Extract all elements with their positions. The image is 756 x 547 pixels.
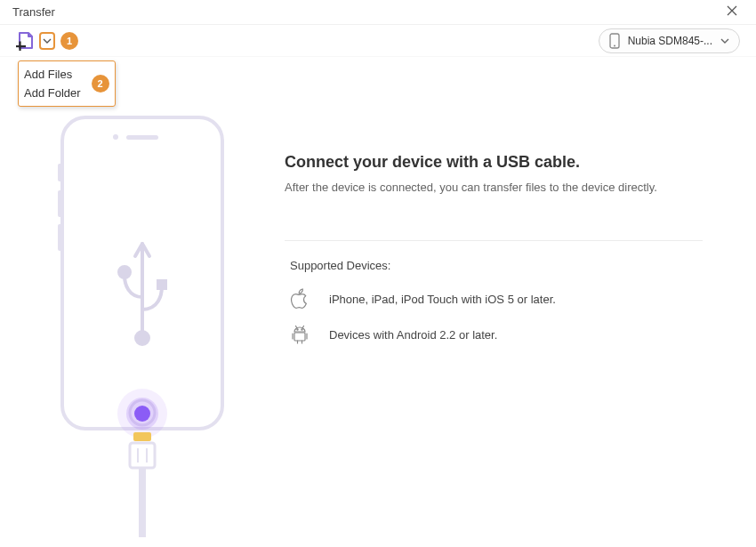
- add-dropdown-menu: Add Files Add Folder 2: [18, 60, 116, 107]
- supported-devices-title: Supported Devices:: [290, 259, 703, 272]
- svg-rect-18: [133, 432, 151, 441]
- add-dropdown-toggle[interactable]: [39, 32, 55, 50]
- divider: [285, 240, 703, 241]
- svg-rect-1: [19, 41, 20, 51]
- svg-rect-12: [58, 190, 62, 217]
- close-icon: [726, 4, 738, 17]
- window-title: Transfer: [12, 5, 55, 19]
- supported-android-text: Devices with Android 2.2 or later.: [329, 328, 497, 342]
- add-files-button[interactable]: [16, 31, 37, 51]
- titlebar: Transfer: [0, 0, 756, 25]
- phone-icon: [608, 33, 621, 49]
- svg-rect-5: [126, 135, 158, 140]
- svg-point-3: [614, 44, 615, 46]
- apple-icon: [290, 288, 310, 310]
- chevron-down-icon: [720, 37, 730, 44]
- supported-apple-row: iPhone, iPad, iPod Touch with iOS 5 or l…: [290, 288, 703, 310]
- svg-rect-17: [157, 279, 167, 290]
- phone-usb-illustration: [44, 110, 240, 537]
- toolbar: 1 Add Files Add Folder 2 Nubia SDM845-..…: [0, 25, 756, 57]
- android-icon: [290, 324, 310, 345]
- close-button[interactable]: [720, 3, 744, 21]
- svg-rect-27: [294, 333, 305, 341]
- svg-rect-19: [130, 443, 155, 468]
- phone-illustration: [0, 103, 285, 547]
- svg-rect-11: [58, 164, 62, 181]
- connect-subtext: After the device is connected, you can t…: [285, 181, 703, 194]
- svg-line-24: [302, 326, 304, 329]
- callout-step-1: 1: [60, 32, 78, 50]
- svg-point-6: [113, 134, 118, 140]
- connect-heading: Connect your device with a USB cable.: [285, 153, 703, 172]
- svg-point-25: [297, 329, 298, 330]
- svg-line-23: [296, 326, 298, 329]
- info-panel: Connect your device with a USB cable. Af…: [285, 103, 756, 547]
- supported-apple-text: iPhone, iPad, iPod Touch with iOS 5 or l…: [329, 293, 556, 306]
- svg-point-15: [136, 332, 149, 344]
- main-content: Connect your device with a USB cable. Af…: [0, 57, 756, 547]
- device-selector[interactable]: Nubia SDM845-...: [599, 28, 740, 53]
- add-file-icon: [16, 31, 37, 51]
- menu-item-add-folder[interactable]: Add Folder: [24, 84, 81, 102]
- svg-rect-22: [139, 468, 146, 537]
- svg-rect-13: [58, 224, 62, 251]
- menu-item-add-files[interactable]: Add Files: [24, 65, 81, 84]
- callout-step-2: 2: [92, 75, 109, 93]
- svg-point-16: [119, 267, 130, 278]
- device-selector-label: Nubia SDM845-...: [628, 35, 712, 47]
- supported-android-row: Devices with Android 2.2 or later.: [290, 324, 703, 345]
- svg-point-26: [302, 329, 302, 330]
- svg-point-10: [134, 406, 150, 422]
- chevron-down-icon: [43, 37, 52, 44]
